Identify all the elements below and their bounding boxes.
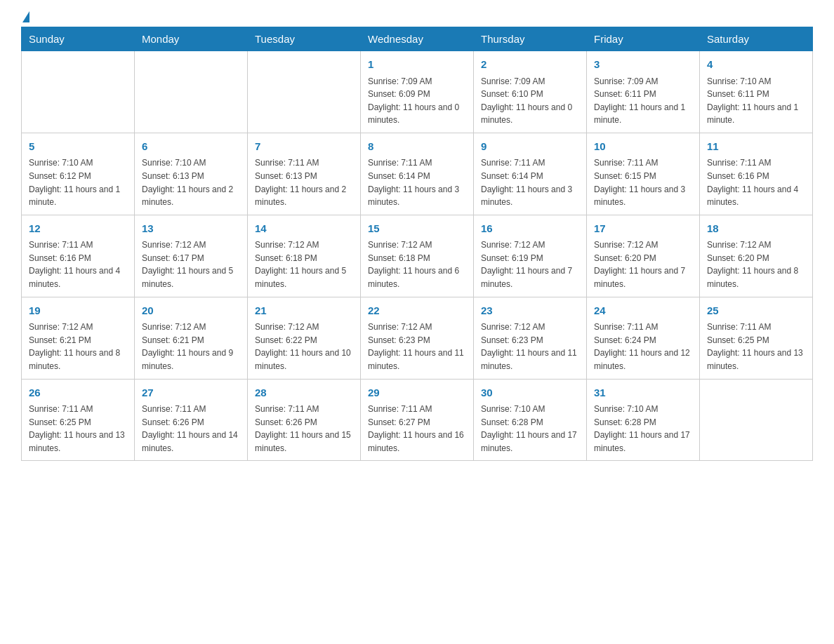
calendar-cell: 30Sunrise: 7:10 AM Sunset: 6:28 PM Dayli… <box>474 379 587 461</box>
day-info: Sunrise: 7:11 AM Sunset: 6:16 PM Dayligh… <box>29 239 127 290</box>
day-info: Sunrise: 7:10 AM Sunset: 6:12 PM Dayligh… <box>29 156 127 208</box>
day-number: 19 <box>29 303 127 319</box>
logo-triangle-icon <box>22 11 29 22</box>
calendar-cell: 8Sunrise: 7:11 AM Sunset: 6:14 PM Daylig… <box>361 133 474 215</box>
day-number: 9 <box>481 139 579 155</box>
day-number: 8 <box>368 139 466 155</box>
day-info: Sunrise: 7:09 AM Sunset: 6:11 PM Dayligh… <box>594 75 692 127</box>
day-info: Sunrise: 7:12 AM Sunset: 6:23 PM Dayligh… <box>481 321 579 373</box>
calendar-cell: 23Sunrise: 7:12 AM Sunset: 6:23 PM Dayli… <box>474 297 587 379</box>
day-info: Sunrise: 7:12 AM Sunset: 6:18 PM Dayligh… <box>368 239 466 290</box>
calendar-cell: 17Sunrise: 7:12 AM Sunset: 6:20 PM Dayli… <box>587 215 700 297</box>
day-number: 5 <box>29 139 127 155</box>
calendar-cell: 9Sunrise: 7:11 AM Sunset: 6:14 PM Daylig… <box>474 133 587 215</box>
calendar-cell: 21Sunrise: 7:12 AM Sunset: 6:22 PM Dayli… <box>248 297 361 379</box>
day-number: 22 <box>368 303 466 319</box>
day-number: 11 <box>707 139 805 155</box>
day-number: 17 <box>594 221 692 237</box>
day-info: Sunrise: 7:12 AM Sunset: 6:20 PM Dayligh… <box>594 239 692 290</box>
day-info: Sunrise: 7:11 AM Sunset: 6:25 PM Dayligh… <box>29 403 127 455</box>
calendar-week-3: 12Sunrise: 7:11 AM Sunset: 6:16 PM Dayli… <box>22 215 813 297</box>
day-number: 6 <box>142 139 240 155</box>
day-header-tuesday: Tuesday <box>248 27 361 51</box>
day-number: 30 <box>481 385 579 401</box>
calendar-week-1: 1Sunrise: 7:09 AM Sunset: 6:09 PM Daylig… <box>22 51 813 133</box>
logo <box>21 14 29 20</box>
calendar-week-5: 26Sunrise: 7:11 AM Sunset: 6:25 PM Dayli… <box>22 379 813 461</box>
day-number: 31 <box>594 385 692 401</box>
calendar-table: SundayMondayTuesdayWednesdayThursdayFrid… <box>21 27 813 461</box>
day-info: Sunrise: 7:11 AM Sunset: 6:27 PM Dayligh… <box>368 403 466 455</box>
calendar-cell: 1Sunrise: 7:09 AM Sunset: 6:09 PM Daylig… <box>361 51 474 133</box>
day-number: 28 <box>255 385 353 401</box>
header-row: SundayMondayTuesdayWednesdayThursdayFrid… <box>22 27 813 51</box>
day-number: 16 <box>481 221 579 237</box>
day-info: Sunrise: 7:11 AM Sunset: 6:16 PM Dayligh… <box>707 156 805 208</box>
day-info: Sunrise: 7:09 AM Sunset: 6:09 PM Dayligh… <box>368 75 466 127</box>
calendar-cell: 29Sunrise: 7:11 AM Sunset: 6:27 PM Dayli… <box>361 379 474 461</box>
day-info: Sunrise: 7:11 AM Sunset: 6:13 PM Dayligh… <box>255 156 353 208</box>
day-info: Sunrise: 7:12 AM Sunset: 6:22 PM Dayligh… <box>255 321 353 373</box>
calendar-cell: 31Sunrise: 7:10 AM Sunset: 6:28 PM Dayli… <box>587 379 700 461</box>
day-info: Sunrise: 7:11 AM Sunset: 6:24 PM Dayligh… <box>594 321 692 373</box>
day-info: Sunrise: 7:11 AM Sunset: 6:15 PM Dayligh… <box>594 156 692 208</box>
day-number: 12 <box>29 221 127 237</box>
page-header <box>21 14 813 20</box>
day-number: 23 <box>481 303 579 319</box>
calendar-body: 1Sunrise: 7:09 AM Sunset: 6:09 PM Daylig… <box>22 51 813 461</box>
calendar-cell: 5Sunrise: 7:10 AM Sunset: 6:12 PM Daylig… <box>22 133 135 215</box>
calendar-cell: 13Sunrise: 7:12 AM Sunset: 6:17 PM Dayli… <box>135 215 248 297</box>
calendar-cell: 10Sunrise: 7:11 AM Sunset: 6:15 PM Dayli… <box>587 133 700 215</box>
day-header-thursday: Thursday <box>474 27 587 51</box>
calendar-cell: 24Sunrise: 7:11 AM Sunset: 6:24 PM Dayli… <box>587 297 700 379</box>
day-info: Sunrise: 7:12 AM Sunset: 6:23 PM Dayligh… <box>368 321 466 373</box>
day-info: Sunrise: 7:10 AM Sunset: 6:13 PM Dayligh… <box>142 156 240 208</box>
calendar-week-4: 19Sunrise: 7:12 AM Sunset: 6:21 PM Dayli… <box>22 297 813 379</box>
day-number: 1 <box>368 57 466 73</box>
day-header-sunday: Sunday <box>22 27 135 51</box>
calendar-cell <box>22 51 135 133</box>
calendar-cell: 25Sunrise: 7:11 AM Sunset: 6:25 PM Dayli… <box>700 297 813 379</box>
day-info: Sunrise: 7:10 AM Sunset: 6:11 PM Dayligh… <box>707 75 805 127</box>
day-number: 2 <box>481 57 579 73</box>
calendar-cell <box>135 51 248 133</box>
day-info: Sunrise: 7:11 AM Sunset: 6:14 PM Dayligh… <box>368 156 466 208</box>
day-info: Sunrise: 7:11 AM Sunset: 6:14 PM Dayligh… <box>481 156 579 208</box>
day-info: Sunrise: 7:12 AM Sunset: 6:21 PM Dayligh… <box>29 321 127 373</box>
calendar-cell: 12Sunrise: 7:11 AM Sunset: 6:16 PM Dayli… <box>22 215 135 297</box>
day-info: Sunrise: 7:10 AM Sunset: 6:28 PM Dayligh… <box>481 403 579 455</box>
day-info: Sunrise: 7:12 AM Sunset: 6:21 PM Dayligh… <box>142 321 240 373</box>
day-info: Sunrise: 7:12 AM Sunset: 6:20 PM Dayligh… <box>707 239 805 290</box>
calendar-cell <box>700 379 813 461</box>
calendar-cell: 14Sunrise: 7:12 AM Sunset: 6:18 PM Dayli… <box>248 215 361 297</box>
day-header-wednesday: Wednesday <box>361 27 474 51</box>
calendar-cell: 18Sunrise: 7:12 AM Sunset: 6:20 PM Dayli… <box>700 215 813 297</box>
day-number: 4 <box>707 57 805 73</box>
day-number: 26 <box>29 385 127 401</box>
day-info: Sunrise: 7:12 AM Sunset: 6:18 PM Dayligh… <box>255 239 353 290</box>
calendar-header: SundayMondayTuesdayWednesdayThursdayFrid… <box>22 27 813 51</box>
day-number: 18 <box>707 221 805 237</box>
day-number: 14 <box>255 221 353 237</box>
calendar-cell: 28Sunrise: 7:11 AM Sunset: 6:26 PM Dayli… <box>248 379 361 461</box>
day-info: Sunrise: 7:11 AM Sunset: 6:26 PM Dayligh… <box>142 403 240 455</box>
day-number: 29 <box>368 385 466 401</box>
calendar-cell: 20Sunrise: 7:12 AM Sunset: 6:21 PM Dayli… <box>135 297 248 379</box>
calendar-cell: 27Sunrise: 7:11 AM Sunset: 6:26 PM Dayli… <box>135 379 248 461</box>
day-number: 25 <box>707 303 805 319</box>
day-header-monday: Monday <box>135 27 248 51</box>
calendar-cell: 7Sunrise: 7:11 AM Sunset: 6:13 PM Daylig… <box>248 133 361 215</box>
day-info: Sunrise: 7:12 AM Sunset: 6:19 PM Dayligh… <box>481 239 579 290</box>
calendar-cell: 22Sunrise: 7:12 AM Sunset: 6:23 PM Dayli… <box>361 297 474 379</box>
calendar-cell: 15Sunrise: 7:12 AM Sunset: 6:18 PM Dayli… <box>361 215 474 297</box>
calendar-cell: 26Sunrise: 7:11 AM Sunset: 6:25 PM Dayli… <box>22 379 135 461</box>
day-number: 24 <box>594 303 692 319</box>
day-number: 27 <box>142 385 240 401</box>
calendar-cell: 6Sunrise: 7:10 AM Sunset: 6:13 PM Daylig… <box>135 133 248 215</box>
calendar-week-2: 5Sunrise: 7:10 AM Sunset: 6:12 PM Daylig… <box>22 133 813 215</box>
day-number: 3 <box>594 57 692 73</box>
day-header-friday: Friday <box>587 27 700 51</box>
calendar-cell: 4Sunrise: 7:10 AM Sunset: 6:11 PM Daylig… <box>700 51 813 133</box>
day-info: Sunrise: 7:11 AM Sunset: 6:25 PM Dayligh… <box>707 321 805 373</box>
calendar-cell: 11Sunrise: 7:11 AM Sunset: 6:16 PM Dayli… <box>700 133 813 215</box>
